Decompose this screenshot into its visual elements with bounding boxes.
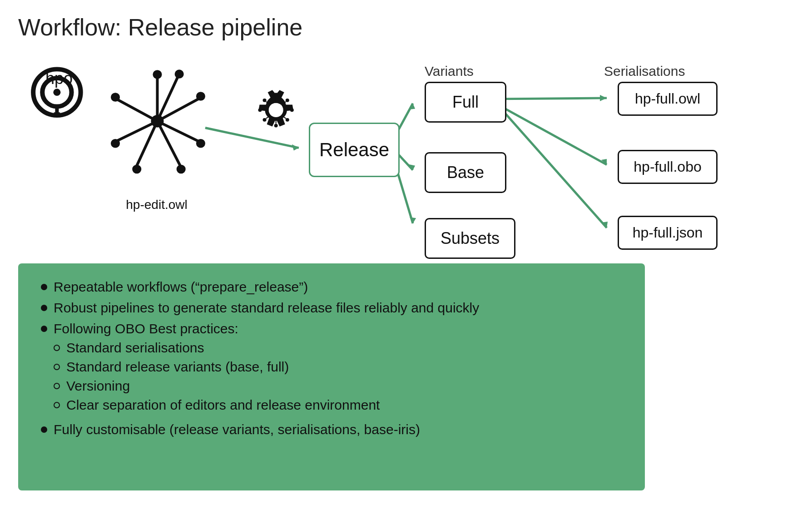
svg-line-14 xyxy=(157,121,180,166)
serial-hpfull-owl-label: hp-full.owl xyxy=(635,90,700,107)
svg-point-9 xyxy=(111,93,120,102)
bullet-item-0: Repeatable workflows (“prepare_release”) xyxy=(41,279,622,295)
variant-full-box: Full xyxy=(425,82,506,123)
sub-item-2: Versioning xyxy=(54,378,380,394)
bullet-text: Robust pipelines to generate standard re… xyxy=(54,300,479,316)
svg-marker-47 xyxy=(410,217,416,223)
sub-text: Clear separation of editors and release … xyxy=(66,397,380,413)
svg-point-21 xyxy=(175,69,184,79)
serialisations-heading: Serialisations xyxy=(604,64,685,79)
svg-point-22 xyxy=(269,103,283,117)
svg-line-16 xyxy=(157,121,198,141)
svg-marker-4 xyxy=(54,112,60,118)
sub-text: Standard serialisations xyxy=(66,340,204,356)
bullet-item-3: Fully customisable (release variants, se… xyxy=(41,422,622,437)
variants-heading: Variants xyxy=(425,64,474,79)
hpo-label: hpo xyxy=(27,69,91,88)
svg-marker-41 xyxy=(292,144,299,151)
svg-line-37 xyxy=(266,102,270,104)
svg-point-5 xyxy=(151,115,163,127)
top-section: Workflow: Release pipeline xyxy=(0,0,812,263)
bullet-item-1: Robust pipelines to generate standard re… xyxy=(41,300,622,316)
sub-item-0: Standard serialisations xyxy=(54,340,380,356)
svg-line-40 xyxy=(205,128,299,148)
svg-line-18 xyxy=(157,99,198,121)
network-label: hp-edit.owl xyxy=(107,198,207,212)
bullet-dot xyxy=(41,284,47,290)
variant-subsets-label: Subsets xyxy=(441,229,500,248)
bullet-list: Repeatable workflows (“prepare_release”)… xyxy=(41,279,622,437)
svg-marker-43 xyxy=(409,104,415,110)
svg-line-33 xyxy=(282,116,286,119)
svg-line-35 xyxy=(282,102,286,104)
circle-dot xyxy=(54,364,60,370)
svg-line-20 xyxy=(157,77,178,121)
svg-point-26 xyxy=(286,99,289,102)
svg-point-2 xyxy=(53,89,60,96)
release-label: Release xyxy=(319,139,389,161)
svg-point-13 xyxy=(132,165,141,174)
svg-point-24 xyxy=(286,118,289,122)
sub-item-3: Clear separation of editors and release … xyxy=(54,397,380,413)
circle-dot xyxy=(54,402,60,408)
page-title: Workflow: Release pipeline xyxy=(18,14,794,41)
svg-point-11 xyxy=(111,139,120,148)
svg-point-23 xyxy=(274,124,278,128)
network-icon: hp-edit.owl xyxy=(107,195,207,212)
svg-marker-49 xyxy=(600,95,607,101)
svg-line-50 xyxy=(500,106,607,165)
svg-line-52 xyxy=(500,107,607,228)
variant-base-box: Base xyxy=(425,152,506,193)
bullet-item-2: Following OBO Best practices:Standard se… xyxy=(41,321,622,416)
bullet-text: Repeatable workflows (“prepare_release”) xyxy=(54,279,308,295)
bullet-dot xyxy=(41,305,47,311)
svg-point-28 xyxy=(263,99,267,102)
bullet-text: Following OBO Best practices:Standard se… xyxy=(54,321,380,416)
bullet-dot xyxy=(41,326,47,332)
serial-hpfull-obo-label: hp-full.obo xyxy=(634,158,701,175)
circle-dot xyxy=(54,383,60,389)
svg-point-17 xyxy=(196,139,205,148)
variant-full-label: Full xyxy=(452,93,479,112)
svg-point-29 xyxy=(258,108,262,112)
svg-point-15 xyxy=(177,165,186,174)
serial-hpfull-json-box: hp-full.json xyxy=(618,216,718,250)
bottom-section: Repeatable workflows (“prepare_release”)… xyxy=(18,263,645,490)
serial-hpfull-json-label: hp-full.json xyxy=(633,224,703,241)
sub-item-1: Standard release variants (base, full) xyxy=(54,359,380,375)
sub-text: Standard release variants (base, full) xyxy=(66,359,289,375)
svg-marker-45 xyxy=(409,164,415,170)
variant-base-label: Base xyxy=(447,163,484,182)
hpo-icon: hpo xyxy=(27,68,91,88)
svg-line-10 xyxy=(116,121,157,141)
svg-text:odk: odk xyxy=(271,103,282,110)
circle-dot xyxy=(54,345,60,351)
diagram-area: odk xyxy=(18,54,794,263)
svg-point-19 xyxy=(196,92,205,101)
variant-subsets-box: Subsets xyxy=(425,218,515,259)
svg-line-8 xyxy=(116,99,157,121)
svg-line-12 xyxy=(137,121,157,166)
serial-hpfull-owl-box: hp-full.owl xyxy=(618,82,718,116)
svg-marker-51 xyxy=(601,159,607,165)
svg-line-48 xyxy=(500,98,607,99)
sub-list: Standard serialisationsStandard release … xyxy=(54,340,380,413)
serial-hpfull-obo-box: hp-full.obo xyxy=(618,150,718,184)
svg-line-39 xyxy=(266,116,270,119)
sub-text: Versioning xyxy=(66,378,130,394)
bullet-text: Fully customisable (release variants, se… xyxy=(54,422,420,437)
svg-point-25 xyxy=(290,108,294,112)
svg-point-30 xyxy=(263,118,267,122)
svg-marker-53 xyxy=(601,222,608,228)
svg-point-27 xyxy=(274,93,278,96)
release-box: Release xyxy=(309,123,400,177)
svg-point-7 xyxy=(153,70,162,79)
bullet-dot xyxy=(41,426,47,433)
